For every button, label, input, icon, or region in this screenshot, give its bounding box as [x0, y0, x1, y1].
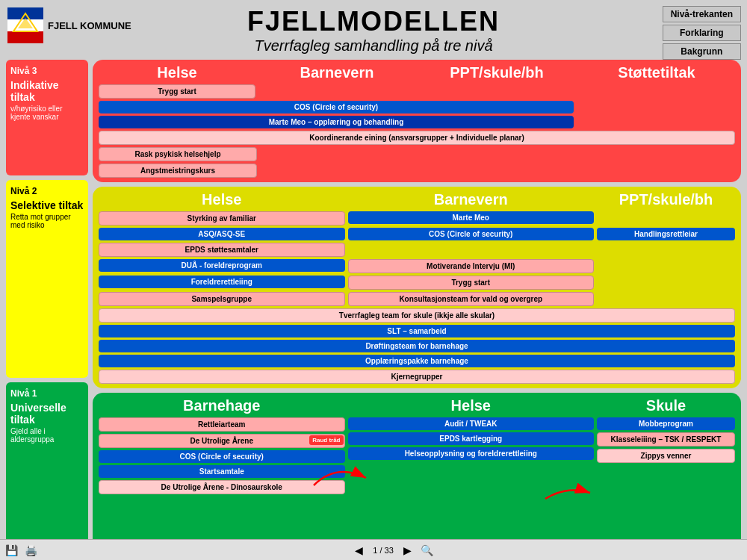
l3-koordinerande[interactable]: Koordinerande eining (ansvarsgrupper + I…	[99, 131, 735, 145]
l2-trygg-start[interactable]: Trygg start	[348, 276, 595, 290]
l3-cos[interactable]: COS (Circle of security)	[99, 101, 574, 113]
prev-icon[interactable]: ◀	[350, 542, 367, 559]
page-indicator: 1 / 33	[370, 546, 397, 555]
l2-asq[interactable]: ASQ/ASQ-SE	[99, 228, 345, 240]
l3-rask[interactable]: Rask psykisk helsehjelp	[99, 147, 257, 161]
l1-epds-kart[interactable]: EPDS kartlegging	[348, 432, 595, 445]
l2-cos[interactable]: COS (Circle of security)	[348, 228, 595, 240]
l1-helse-header: Helse	[348, 397, 595, 414]
l2-marte-meo[interactable]: Marte Meo	[348, 211, 595, 224]
left-labels: Nivå 3 Indikative tiltak v/høyrisiko ell…	[6, 60, 88, 554]
l3-trygg-start[interactable]: Trygg start	[99, 84, 255, 99]
l2-ppt-header: PPT/skule/bh	[597, 191, 735, 208]
level3-label: Nivå 3 Indikative tiltak v/høyrisiko ell…	[6, 60, 88, 175]
level2-section: Helse Barnevern PPT/skule/bh Styrking av…	[93, 187, 741, 388]
l1-skule-col: Mobbeprogram Klasseleiiing – TSK / RESPE…	[597, 417, 735, 494]
main-content: Nivå 3 Indikative tiltak v/høyrisiko ell…	[6, 60, 741, 554]
l2-opplaerings[interactable]: Opplæringspakke barnehage	[99, 355, 735, 367]
l1-skule-header: Skule	[597, 397, 735, 414]
l2-helse-header: Helse	[99, 191, 345, 208]
l2-konsultasjons[interactable]: Konsultasjonsteam for vald og overgrep	[348, 292, 595, 306]
l2-styrking[interactable]: Styrking av familiar	[99, 211, 345, 225]
l2-motiverande[interactable]: Motiverande Intervju (MI)	[348, 259, 595, 273]
l1-startsamtale[interactable]: Startsamtale	[99, 465, 345, 478]
l2-barnevern-header: Barnevern	[348, 191, 595, 208]
l2-kjerne[interactable]: Kjernegrupper	[99, 370, 735, 384]
l2-dua[interactable]: DUÅ - foreldreprogram	[99, 259, 345, 272]
l1-barnehage-col: Rettleiarteam De Utrolige Årene Raud trå…	[99, 417, 345, 494]
level1-label: Nivå 1 Universelle tiltak Gjeld alle i a…	[6, 382, 88, 554]
l1-audit[interactable]: Audit / TWEAK	[348, 417, 595, 430]
print-icon[interactable]: 🖨️	[22, 542, 39, 559]
l3-stotte-header: Støttetiltak	[578, 64, 735, 81]
l3-ppt-header: PPT/skule/bh	[418, 64, 575, 81]
raud-trad-label: Raud tråd	[309, 435, 343, 445]
l2-foreldrerettleiing[interactable]: Foreldrerettleiing	[99, 276, 345, 288]
l3-helse-header: Helse	[99, 64, 255, 81]
level2-label: Nivå 2 Selektive tiltak Retta mot gruppe…	[6, 180, 88, 378]
save-icon[interactable]: 💾	[3, 542, 19, 559]
l1-cos[interactable]: COS (Circle of security)	[99, 450, 345, 463]
next-icon[interactable]: ▶	[400, 542, 416, 559]
l1-de-utrolige-dino[interactable]: De Utrolige Årene - Dinosaurskole	[99, 480, 345, 494]
l1-zippys[interactable]: Zippys venner	[597, 449, 735, 463]
l1-de-utrolige[interactable]: De Utrolige Årene	[99, 434, 345, 448]
page-subtitle: Tverrfagleg samhandling på tre nivå	[0, 37, 747, 55]
page-header: FJELLMODELLEN Tverrfagleg samhandling på…	[0, 0, 747, 57]
zoom-icon[interactable]: 🔍	[419, 542, 436, 559]
level1-section: Barnehage Helse Skule Rettleiarteam De U…	[93, 393, 741, 554]
l2-samspels[interactable]: Samspelsgruppe	[99, 292, 345, 306]
bottom-toolbar: 💾 🖨️ ◀ 1 / 33 ▶ 🔍	[0, 539, 747, 560]
l1-rettleiar[interactable]: Rettleiarteam	[99, 417, 345, 432]
l1-barnehage-header: Barnehage	[99, 397, 345, 414]
l1-helse-opp[interactable]: Helseopplysning og foreldrerettleiing	[348, 447, 595, 460]
l1-klasseleiiing[interactable]: Klasseleiiing – TSK / RESPEKT	[597, 432, 735, 447]
l3-barnevern-header: Barnevern	[258, 64, 415, 81]
l2-droftings[interactable]: Drøftingsteam for barnehage	[99, 340, 735, 352]
l2-handlings[interactable]: Handlingsrettleiar	[597, 228, 735, 240]
l2-epds[interactable]: EPDS støttesamtaler	[99, 243, 345, 257]
l2-tverrfagleg[interactable]: Tverrfagleg team for skule (ikkje alle s…	[99, 308, 735, 323]
l1-helse-col: Audit / TWEAK EPDS kartlegging Helseoppl…	[348, 417, 595, 494]
level3-section: Helse Barnevern PPT/skule/bh Støttetilta…	[93, 60, 741, 182]
l1-mobbeprogram[interactable]: Mobbeprogram	[597, 417, 735, 430]
l3-angst[interactable]: Angstmeistringskurs	[99, 164, 257, 178]
right-content: Helse Barnevern PPT/skule/bh Støttetilta…	[93, 60, 741, 554]
l3-marte-meo[interactable]: Marte Meo – opplæring og behandling	[99, 116, 574, 128]
page-title: FJELLMODELLEN	[0, 6, 747, 37]
l2-slt[interactable]: SLT – samarbeid	[99, 325, 735, 337]
